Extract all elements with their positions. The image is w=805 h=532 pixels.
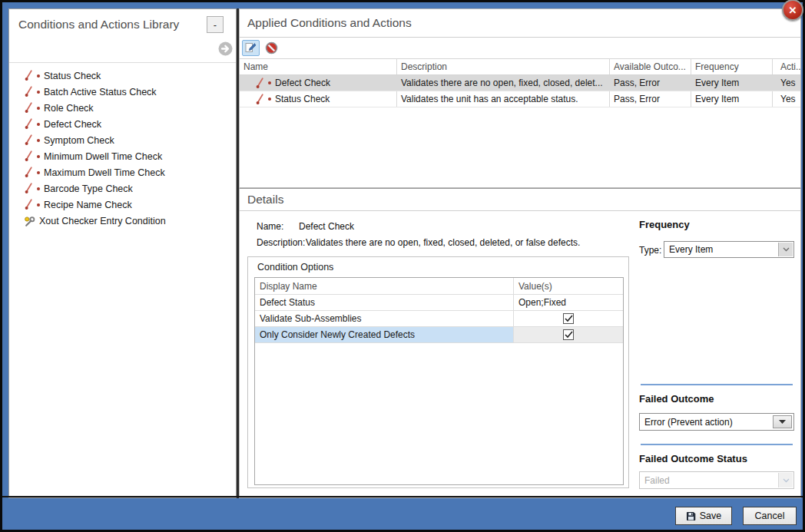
option-row-only-consider-newly-created-defects[interactable]: Only Consider Newly Created Defects	[255, 327, 623, 343]
frequency-type-combobox[interactable]: Every Item	[664, 241, 794, 258]
details-body: Name: Defect Check Description: Validate…	[240, 189, 802, 499]
footer-divider	[2, 496, 803, 497]
cell-description: Validates there are no open, fixed, clos…	[397, 75, 610, 91]
library-item-list: Status Check Batch Active Status Check R…	[9, 63, 236, 229]
library-item-label: Symptom Check	[44, 135, 114, 146]
library-item-recipe-name-check[interactable]: Recipe Name Check	[9, 197, 236, 213]
library-item-label: Defect Check	[44, 119, 101, 130]
option-value	[514, 311, 623, 326]
column-header-available-outcomes[interactable]: Available Outco...	[610, 59, 691, 74]
red-bullet-icon	[37, 203, 40, 207]
library-panel-title: Conditions and Actions Library	[18, 18, 179, 31]
option-value[interactable]: Open;Fixed	[514, 295, 623, 310]
dialog-frame: Conditions and Actions Library - Status …	[2, 2, 803, 530]
checkmark-icon	[565, 331, 573, 339]
frequency-type-value: Every Item	[669, 242, 713, 257]
section-divider	[641, 444, 793, 445]
option-row-defect-status[interactable]: Defect Status Open;Fixed	[255, 295, 623, 311]
right-area: Applied Conditions and Actions	[239, 8, 801, 498]
red-bullet-icon	[37, 155, 40, 158]
table-row-defect-check[interactable]: Defect Check Validates there are no open…	[240, 75, 800, 91]
option-value	[514, 327, 623, 342]
library-item-label: Minimum Dwell Time Check	[44, 151, 162, 162]
only-newly-created-defects-checkbox[interactable]	[563, 329, 574, 340]
table-row-status-check[interactable]: Status Check Validates the unit has an a…	[240, 91, 800, 107]
option-row-validate-sub-assemblies[interactable]: Validate Sub-Assemblies	[255, 311, 623, 327]
cell-frequency: Every Item	[691, 75, 773, 91]
condition-icon	[24, 150, 33, 162]
apply-arrow-button[interactable]	[218, 41, 233, 56]
failed-outcome-combobox[interactable]: Error (Prevent action)	[639, 413, 794, 431]
cancel-button[interactable]: Cancel	[743, 507, 797, 525]
description-label: Description:	[257, 237, 305, 248]
cell-frequency: Every Item	[691, 91, 773, 107]
library-item-defect-check[interactable]: Defect Check	[9, 116, 236, 132]
column-header-frequency[interactable]: Frequency	[691, 59, 773, 74]
failed-outcome-status-value: Failed	[644, 472, 670, 488]
dropdown-arrow-icon[interactable]	[773, 415, 792, 428]
failed-outcome-heading: Failed Outcome	[639, 393, 714, 405]
column-header-name[interactable]: Name	[240, 59, 397, 74]
library-item-symptom-check[interactable]: Symptom Check	[9, 132, 236, 148]
red-bullet-icon	[37, 171, 40, 174]
library-item-maximum-dwell-time-check[interactable]: Maximum Dwell Time Check	[9, 164, 236, 180]
library-item-label: Xout Checker Entry Condition	[39, 216, 166, 226]
library-item-label: Role Check	[44, 103, 94, 114]
library-item-role-check[interactable]: Role Check	[9, 100, 236, 116]
library-item-label: Status Check	[44, 71, 101, 81]
frequency-type-label: Type:	[639, 245, 661, 256]
cell-active: Yes	[773, 75, 800, 91]
applied-conditions-table: Name Description Available Outco... Freq…	[240, 58, 800, 107]
library-item-minimum-dwell-time-check[interactable]: Minimum Dwell Time Check	[9, 148, 236, 164]
red-bullet-icon	[37, 107, 40, 110]
option-display-name: Defect Status	[255, 295, 514, 310]
block-button[interactable]	[263, 40, 280, 56]
cell-name: Status Check	[240, 91, 397, 107]
condition-icon	[24, 183, 33, 194]
failed-outcome-status-combobox: Failed	[639, 471, 794, 489]
condition-icon	[24, 86, 33, 97]
row-name-label: Defect Check	[275, 78, 330, 88]
red-bullet-icon	[37, 139, 40, 142]
option-display-name: Validate Sub-Assemblies	[255, 311, 514, 326]
cell-available-outcomes: Pass, Error	[610, 91, 691, 107]
condition-icon	[24, 70, 33, 81]
details-panel: Details Name: Defect Check Description: …	[239, 188, 801, 498]
column-header-active[interactable]: Acti...	[773, 59, 800, 74]
cell-active: Yes	[773, 91, 800, 107]
condition-options-header: Display Name Value(s)	[255, 278, 623, 295]
red-bullet-icon	[268, 97, 271, 101]
save-button[interactable]: Save	[675, 507, 732, 525]
dialog-content: Conditions and Actions Library - Status …	[8, 8, 801, 498]
library-item-label: Batch Active Status Check	[44, 87, 157, 97]
cell-name: Defect Check	[240, 75, 397, 91]
cell-description: Validates the unit has an acceptable sta…	[397, 91, 610, 107]
condition-icon	[24, 118, 33, 130]
save-button-label: Save	[700, 511, 722, 521]
validate-sub-assemblies-checkbox[interactable]	[563, 313, 574, 324]
library-item-xout-checker-entry-condition[interactable]: Xout Checker Entry Condition	[9, 213, 236, 229]
library-item-status-check[interactable]: Status Check	[9, 68, 236, 84]
applied-panel-title: Applied Conditions and Actions	[240, 9, 800, 37]
library-item-label: Barcode Type Check	[44, 183, 133, 194]
applied-toolbar	[240, 38, 800, 58]
column-header-description[interactable]: Description	[397, 59, 610, 74]
library-item-barcode-type-check[interactable]: Barcode Type Check	[9, 180, 236, 197]
library-item-batch-active-status-check[interactable]: Batch Active Status Check	[9, 84, 236, 100]
library-item-label: Recipe Name Check	[44, 200, 132, 210]
collapse-button[interactable]: -	[207, 16, 224, 33]
column-header-display-name[interactable]: Display Name	[255, 278, 514, 294]
condition-options-title: Condition Options	[248, 257, 628, 273]
arrow-right-icon	[218, 41, 233, 56]
cell-available-outcomes: Pass, Error	[610, 75, 691, 91]
conditions-library-panel: Conditions and Actions Library - Status …	[8, 8, 237, 498]
red-bullet-icon	[37, 123, 40, 126]
section-divider	[641, 384, 793, 385]
edit-icon	[245, 42, 257, 53]
red-bullet-icon	[37, 91, 40, 94]
chevron-down-icon[interactable]	[778, 243, 793, 256]
condition-icon	[24, 199, 33, 210]
close-button[interactable]: ✕	[782, 0, 803, 21]
column-header-values[interactable]: Value(s)	[514, 278, 623, 294]
edit-button[interactable]	[242, 40, 260, 56]
